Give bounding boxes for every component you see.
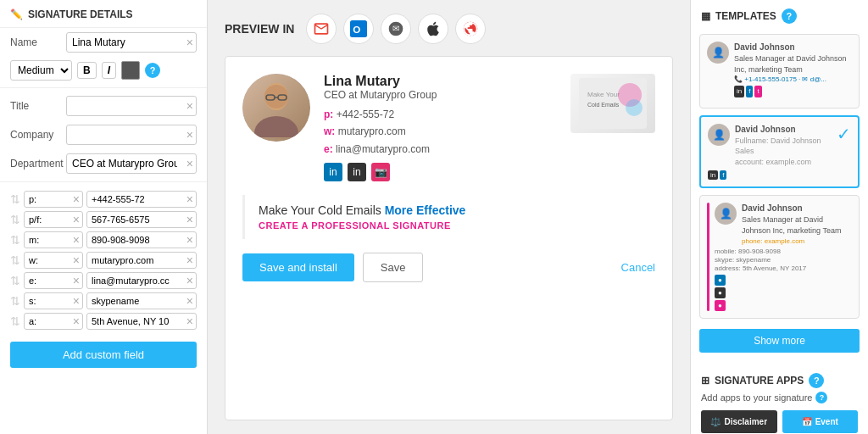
cf-val-input[interactable] xyxy=(86,211,197,228)
svg-text:Cold Emails: Cold Emails xyxy=(587,102,620,108)
apps-help-button[interactable]: ? xyxy=(809,373,824,388)
signature-contact: p: +442-555-72 w: mutarypro.com e: lina@… xyxy=(324,106,557,158)
save-button[interactable]: Save xyxy=(363,253,424,282)
department-input[interactable] xyxy=(66,153,197,174)
cf-label-clear[interactable]: × xyxy=(73,315,80,327)
cf-val-input[interactable] xyxy=(86,231,197,248)
cf-val-input[interactable] xyxy=(86,252,197,269)
department-label: Department xyxy=(10,158,61,170)
cf-label-clear[interactable]: × xyxy=(73,275,80,287)
name-field-row: Name × xyxy=(0,28,207,57)
bold-button[interactable]: B xyxy=(77,62,97,79)
name-input[interactable] xyxy=(66,32,197,53)
phone-value: +442-555-72 xyxy=(337,108,394,120)
disclaimer-app-button[interactable]: ⚖️ Disclaimer xyxy=(701,410,777,433)
web-value: mutarypro.com xyxy=(338,125,406,137)
banner-bold-text: More Effective xyxy=(385,203,466,217)
color-picker[interactable] xyxy=(121,61,140,80)
save-and-install-button[interactable]: Save and install xyxy=(242,253,354,281)
list-item: ⇅ × × xyxy=(10,252,197,269)
apple-mail-button[interactable] xyxy=(418,14,448,44)
avatar xyxy=(242,74,310,142)
size-select[interactable]: Medium Small Large xyxy=(10,60,72,81)
show-more-button[interactable]: Show more xyxy=(699,329,860,353)
signature-title: CEO at Mutarypro Group xyxy=(324,89,557,101)
cf-val-clear[interactable]: × xyxy=(186,275,193,287)
list-item: ⇅ × × xyxy=(10,292,197,309)
other-mail-button[interactable] xyxy=(455,14,486,44)
cf-label-pf: × xyxy=(24,211,83,228)
indeed-icon[interactable]: in xyxy=(348,163,366,181)
template-card-2[interactable]: 👤 David Johnson Fullname: David Johnson … xyxy=(699,115,860,189)
action-row: Save and install Save Cancel xyxy=(242,253,655,282)
outlook-button[interactable]: O xyxy=(343,14,374,44)
cf-label-clear[interactable]: × xyxy=(73,295,80,307)
drag-handle-icon[interactable]: ⇅ xyxy=(10,213,20,226)
mac-mail-button[interactable]: ✉ xyxy=(381,14,411,44)
social-icons: in in 📷 xyxy=(324,163,557,181)
cf-val-pf: × xyxy=(86,211,197,228)
company-clear-button[interactable]: × xyxy=(186,129,193,141)
company-input[interactable] xyxy=(66,125,197,145)
web-label: w: xyxy=(324,125,335,137)
cf-label-clear[interactable]: × xyxy=(73,214,80,225)
title-clear-button[interactable]: × xyxy=(186,100,193,112)
instagram-icon[interactable]: 📷 xyxy=(371,163,390,181)
cf-val-input[interactable] xyxy=(86,292,197,309)
linkedin-icon[interactable]: in xyxy=(324,163,342,181)
cf-val-input[interactable] xyxy=(86,191,197,208)
cf-val-clear[interactable]: × xyxy=(186,234,193,246)
drag-handle-icon[interactable]: ⇅ xyxy=(10,294,20,308)
cancel-button[interactable]: Cancel xyxy=(621,261,655,274)
cf-label-a: × xyxy=(24,313,83,330)
drag-handle-icon[interactable]: ⇅ xyxy=(10,192,20,206)
email-client-icons: O ✉ xyxy=(306,14,486,44)
templates-help-button[interactable]: ? xyxy=(782,8,797,24)
cf-val-a: × xyxy=(86,313,197,330)
template-accent-bar xyxy=(707,203,709,310)
italic-button[interactable]: I xyxy=(102,62,116,79)
template-card-3[interactable]: 👤 David Johnson Sales Manager at David J… xyxy=(699,195,860,318)
template-checkmark: ✓ xyxy=(837,124,851,144)
cf-val-w: × xyxy=(86,252,197,269)
svg-text:Make Your: Make Your xyxy=(587,91,620,98)
cf-val-s: × xyxy=(86,292,197,309)
template-card-1[interactable]: 👤 David Johnson Sales Manager at David J… xyxy=(699,34,860,108)
name-input-wrap: × xyxy=(66,32,197,53)
center-panel: PREVIEW IN O ✉ xyxy=(208,0,690,434)
template-right-icons-3: ● ● ● xyxy=(715,275,852,311)
template-info-1: David Johnson Sales Manager at David Joh… xyxy=(734,42,852,97)
cf-val-input[interactable] xyxy=(86,272,197,289)
templates-title: TEMPLATES xyxy=(715,10,776,22)
gmail-button[interactable] xyxy=(306,14,337,44)
drag-handle-icon[interactable]: ⇅ xyxy=(10,314,20,328)
templates-header: ▦ TEMPLATES ? xyxy=(691,0,868,31)
apps-subtext-help[interactable]: ? xyxy=(815,392,827,403)
name-clear-button[interactable]: × xyxy=(186,36,193,48)
cf-label-clear[interactable]: × xyxy=(73,254,80,266)
drag-handle-icon[interactable]: ⇅ xyxy=(10,274,20,287)
title-input[interactable] xyxy=(66,96,197,116)
cf-val-e: × xyxy=(86,272,197,289)
signature-banner: Make Your Cold Emails More Effective CRE… xyxy=(242,195,655,239)
list-item: ⇅ × × xyxy=(10,313,197,330)
cf-val-clear[interactable]: × xyxy=(186,295,193,307)
drag-handle-icon[interactable]: ⇅ xyxy=(10,253,20,267)
cf-label-clear[interactable]: × xyxy=(73,193,80,205)
list-item: ⇅ × × xyxy=(10,211,197,228)
drag-handle-icon[interactable]: ⇅ xyxy=(10,233,20,247)
event-app-button[interactable]: 📅 Event xyxy=(782,410,859,433)
svg-point-6 xyxy=(254,116,298,137)
company-field-row: Company × xyxy=(0,120,207,149)
format-help-button[interactable]: ? xyxy=(145,63,160,78)
cf-val-clear[interactable]: × xyxy=(186,315,193,327)
cf-val-input[interactable] xyxy=(86,313,197,330)
svg-point-7 xyxy=(264,85,288,108)
template-subtitle-1: Sales Manager at David Johnson Inc, mark… xyxy=(734,53,852,75)
cf-val-clear[interactable]: × xyxy=(186,254,193,266)
department-clear-button[interactable]: × xyxy=(186,158,193,170)
add-custom-field-button[interactable]: Add custom field xyxy=(10,342,197,368)
cf-val-clear[interactable]: × xyxy=(186,214,193,225)
cf-label-clear[interactable]: × xyxy=(73,234,80,246)
cf-val-clear[interactable]: × xyxy=(186,193,193,205)
